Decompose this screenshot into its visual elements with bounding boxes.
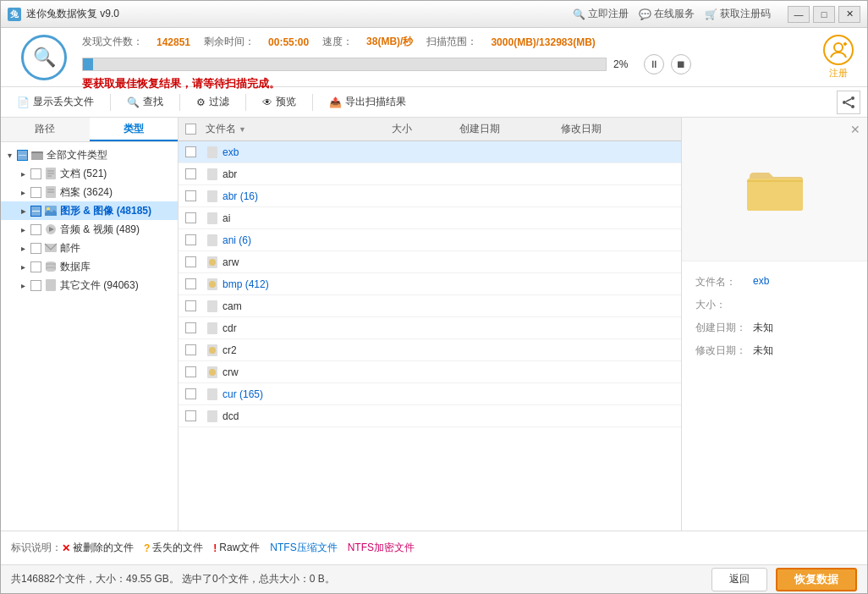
eye-icon: 👁 bbox=[262, 96, 272, 108]
mail-icon bbox=[44, 241, 58, 255]
file-row[interactable]: bmp (412) bbox=[179, 273, 681, 295]
logo-search-icon: 🔍 bbox=[33, 47, 56, 69]
col-modify-header[interactable]: 修改日期 bbox=[561, 122, 662, 136]
file-row[interactable]: cam bbox=[179, 295, 681, 317]
file-checkbox[interactable] bbox=[185, 278, 196, 289]
filter-button[interactable]: ⚙ 过滤 bbox=[187, 91, 239, 113]
tree-node-archive[interactable]: ▸ 档案 (3624) bbox=[1, 183, 178, 201]
legend-lost-text: 丢失的文件 bbox=[152, 541, 203, 555]
file-row[interactable]: abr (16) bbox=[179, 185, 681, 207]
file-checkbox[interactable] bbox=[185, 190, 196, 201]
tree-toggle-doc[interactable]: ▸ bbox=[18, 168, 28, 179]
file-checkbox[interactable] bbox=[185, 410, 196, 421]
tree-checkbox-other[interactable] bbox=[30, 280, 41, 291]
file-row[interactable]: cur (165) bbox=[179, 383, 681, 405]
file-checkbox[interactable] bbox=[185, 344, 196, 355]
tree-node-other[interactable]: ▸ 其它文件 (94063) bbox=[1, 276, 178, 294]
doc-icon bbox=[44, 167, 58, 180]
tree-node-mail[interactable]: ▸ 邮件 bbox=[1, 239, 178, 257]
tab-type[interactable]: 类型 bbox=[90, 118, 179, 141]
legend-bar: 标识说明： ✕ 被删除的文件 ? 丢失的文件 ! Raw文件 NTFS压缩文件 … bbox=[1, 531, 867, 564]
tree-checkbox-video[interactable] bbox=[30, 224, 41, 235]
bottom-buttons: 返回 恢复数据 bbox=[711, 568, 857, 591]
file-row[interactable]: abr bbox=[179, 163, 681, 185]
tree-toggle-other[interactable]: ▸ bbox=[18, 280, 28, 290]
select-all-checkbox[interactable] bbox=[185, 124, 196, 135]
share-button[interactable] bbox=[837, 91, 860, 114]
tab-path[interactable]: 路径 bbox=[1, 118, 90, 141]
title-bar-actions: 🔍 立即注册 💬 在线服务 🛒 获取注册码 bbox=[573, 7, 771, 21]
file-row[interactable]: crw bbox=[179, 361, 681, 383]
tree-toggle-archive[interactable]: ▸ bbox=[18, 187, 28, 197]
col-name-header[interactable]: 文件名 ▼ bbox=[206, 122, 392, 136]
file-name: cr2 bbox=[222, 344, 404, 356]
export-button[interactable]: 📤 导出扫描结果 bbox=[320, 91, 415, 113]
file-name: ani (6) bbox=[222, 234, 404, 246]
tree-node-all[interactable]: ▾ — 全部文件类型 bbox=[1, 146, 178, 164]
main-content: 路径 类型 ▾ — 全部文件类型 ▸ bbox=[1, 118, 867, 531]
register-link[interactable]: 🔍 立即注册 bbox=[573, 7, 629, 21]
tree-node-doc[interactable]: ▸ 文档 (521) bbox=[1, 164, 178, 183]
file-checkbox[interactable] bbox=[185, 388, 196, 399]
pause-button[interactable]: ⏸ bbox=[644, 54, 664, 74]
tree-checkbox-all[interactable]: — bbox=[17, 150, 28, 161]
file-type-icon-colored bbox=[206, 344, 219, 357]
tree-checkbox-archive[interactable] bbox=[30, 187, 41, 198]
legend-raw: ! Raw文件 bbox=[213, 541, 260, 555]
file-checkbox[interactable] bbox=[185, 366, 196, 377]
file-row[interactable]: cdr bbox=[179, 317, 681, 339]
file-checkbox[interactable] bbox=[185, 146, 196, 157]
col-create-header[interactable]: 创建日期 bbox=[459, 122, 561, 136]
online-service-link[interactable]: 💬 在线服务 bbox=[639, 7, 695, 21]
register-area[interactable]: 注册 bbox=[823, 35, 854, 80]
speed-value: 38(MB)/秒 bbox=[366, 35, 413, 49]
file-row[interactable]: ani (6) bbox=[179, 229, 681, 251]
tree-toggle-db[interactable]: ▸ bbox=[18, 261, 28, 272]
close-button[interactable]: ✕ bbox=[838, 6, 860, 23]
legend-area: ✕ 被删除的文件 ? 丢失的文件 ! Raw文件 NTFS压缩文件 NTFS加密… bbox=[62, 541, 415, 555]
file-checkbox[interactable] bbox=[185, 300, 196, 311]
back-button[interactable]: 返回 bbox=[711, 568, 767, 591]
preview-button[interactable]: 👁 预览 bbox=[253, 91, 305, 113]
tree-toggle-mail[interactable]: ▸ bbox=[18, 243, 28, 253]
file-row[interactable]: dcd bbox=[179, 405, 681, 427]
svg-rect-31 bbox=[207, 212, 217, 224]
col-size-header[interactable]: 大小 bbox=[392, 122, 459, 136]
show-lost-files-button[interactable]: 📄 显示丢失文件 bbox=[8, 91, 103, 113]
file-type-icon bbox=[206, 190, 219, 203]
file-row[interactable]: cr2 bbox=[179, 339, 681, 361]
file-row[interactable]: ai bbox=[179, 207, 681, 229]
preview-close-button[interactable]: ✕ bbox=[850, 123, 860, 136]
tree-checkbox-db[interactable] bbox=[30, 261, 41, 272]
title-bar: 兔 迷你兔数据恢复 v9.0 🔍 立即注册 💬 在线服务 🛒 获取注册码 — □… bbox=[1, 1, 867, 28]
svg-point-0 bbox=[834, 43, 843, 52]
bottom-bar: 共146882个文件，大小：49.55 GB。 选中了0个文件，总共大小：0 B… bbox=[1, 564, 867, 593]
minimize-button[interactable]: — bbox=[788, 6, 810, 23]
tree-checkbox-mail[interactable] bbox=[30, 243, 41, 254]
export-icon: 📤 bbox=[329, 96, 342, 108]
maximize-button[interactable]: □ bbox=[813, 6, 835, 23]
file-checkbox[interactable] bbox=[185, 322, 196, 333]
tree-node-db[interactable]: ▸ 数据库 bbox=[1, 257, 178, 276]
stop-button[interactable]: ⏹ bbox=[671, 54, 691, 74]
recover-button[interactable]: 恢复数据 bbox=[776, 568, 857, 591]
get-code-link[interactable]: 🛒 获取注册码 bbox=[705, 7, 771, 21]
svg-rect-43 bbox=[207, 388, 217, 400]
tree-toggle-image[interactable]: ▸ bbox=[18, 206, 28, 216]
tree-toggle-all[interactable]: ▾ bbox=[4, 150, 14, 160]
tree-node-video[interactable]: ▸ 音频 & 视频 (489) bbox=[1, 220, 178, 239]
app-title: 迷你兔数据恢复 v9.0 bbox=[26, 7, 573, 21]
file-row[interactable]: exb bbox=[179, 141, 681, 163]
file-checkbox[interactable] bbox=[185, 212, 196, 223]
tree-toggle-video[interactable]: ▸ bbox=[18, 224, 28, 234]
file-checkbox[interactable] bbox=[185, 234, 196, 245]
tree-checkbox-doc[interactable] bbox=[30, 168, 41, 179]
file-row[interactable]: arw bbox=[179, 251, 681, 273]
file-checkbox[interactable] bbox=[185, 168, 196, 179]
tree-checkbox-image[interactable]: — bbox=[30, 206, 41, 217]
file-checkbox[interactable] bbox=[185, 256, 196, 267]
file-name: exb bbox=[222, 146, 404, 158]
tree-node-image[interactable]: ▸ — 图形 & 图像 (48185) bbox=[1, 201, 178, 220]
search-button[interactable]: 🔍 查找 bbox=[118, 91, 173, 113]
stats-row: 发现文件数： 142851 剩余时间： 00:55:00 速度： 38(MB)/… bbox=[82, 35, 854, 49]
